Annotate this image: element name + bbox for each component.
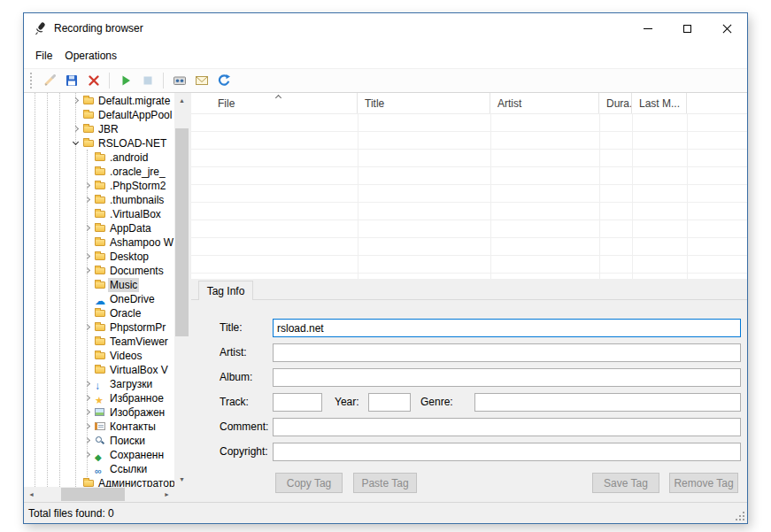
tree-item[interactable]: Ashampoo W xyxy=(24,235,174,250)
expand-arrow-icon[interactable] xyxy=(83,408,92,417)
artist-input[interactable] xyxy=(273,343,741,362)
tree-item-label[interactable]: Ashampoo W xyxy=(108,235,174,250)
comment-input[interactable] xyxy=(273,418,741,436)
expand-arrow-icon[interactable] xyxy=(83,181,92,190)
tree-item[interactable]: OneDrive xyxy=(24,292,174,306)
save-icon[interactable] xyxy=(60,71,82,90)
expand-arrow-icon[interactable] xyxy=(83,380,92,389)
minimize-button[interactable] xyxy=(628,13,667,43)
tree-item-label[interactable]: Поиски xyxy=(108,434,147,448)
expand-arrow-icon[interactable] xyxy=(72,96,81,105)
tree-item-label[interactable]: .thumbnails xyxy=(108,193,166,207)
tree-item-label[interactable]: .PhpStorm2 xyxy=(108,179,167,193)
album-input[interactable] xyxy=(273,368,741,387)
tree-item-label[interactable]: Desktop xyxy=(108,250,150,264)
expand-arrow-icon[interactable] xyxy=(83,266,92,275)
tree-item-label[interactable]: Администратор xyxy=(96,476,174,487)
tree-item-label[interactable]: Контакты xyxy=(108,420,158,434)
tree-item[interactable]: RSLOAD-NET xyxy=(24,136,174,150)
close-button[interactable] xyxy=(707,13,747,43)
refresh-icon[interactable] xyxy=(212,71,235,90)
track-input[interactable] xyxy=(273,393,322,412)
expand-arrow-icon[interactable] xyxy=(83,224,92,233)
copy-tag-button[interactable]: Copy Tag xyxy=(275,473,343,493)
recordings-icon[interactable] xyxy=(168,71,190,90)
tree-item-label[interactable]: JBR xyxy=(96,122,120,136)
tree-item[interactable]: Default.migrate xyxy=(24,94,174,108)
tree-item-label[interactable]: Изображен xyxy=(108,405,166,420)
tree-item[interactable]: .PhpStorm2 xyxy=(24,179,174,193)
expand-arrow-icon[interactable] xyxy=(72,125,81,134)
tree-item[interactable]: Изображен xyxy=(24,405,174,420)
horizontal-scroll-thumb[interactable] xyxy=(61,488,125,501)
tree-item[interactable]: .VirtualBox xyxy=(24,207,174,221)
tree-item[interactable]: .android xyxy=(24,150,174,165)
email-icon[interactable] xyxy=(190,71,212,90)
tree-item-label[interactable]: Default.migrate xyxy=(96,94,172,108)
expand-arrow-icon[interactable] xyxy=(83,436,92,445)
tree-item-label[interactable]: Music xyxy=(108,278,139,292)
tree-item[interactable]: AppData xyxy=(24,221,174,235)
column-header-dura[interactable]: Dura... xyxy=(599,93,632,113)
tree-item-label[interactable]: Oracle xyxy=(108,306,143,320)
tree-item[interactable]: Сохраненн xyxy=(24,448,174,462)
save-tag-button[interactable]: Save Tag xyxy=(592,473,659,493)
tree-item[interactable]: Oracle xyxy=(24,306,174,320)
tree-item-label[interactable]: Documents xyxy=(108,264,166,278)
tree-item[interactable]: Контакты xyxy=(24,420,174,434)
genre-input[interactable] xyxy=(474,393,741,412)
tree-item[interactable]: .oracle_jre_ xyxy=(24,165,174,179)
tree-item-label[interactable]: .oracle_jre_ xyxy=(108,165,167,179)
maximize-button[interactable] xyxy=(667,13,707,43)
menu-file[interactable]: File xyxy=(29,47,58,65)
tree-item-label[interactable]: .android xyxy=(108,150,150,165)
tree-vertical-scrollbar[interactable]: ▲ ▼ xyxy=(174,93,189,487)
tree-item[interactable]: TeamViewer xyxy=(24,335,174,349)
play-icon[interactable] xyxy=(114,71,136,90)
tab-tag-info[interactable]: Tag Info xyxy=(198,281,253,300)
scroll-left-icon[interactable]: ◄ xyxy=(24,487,39,502)
tree-item-label[interactable]: RSLOAD-NET xyxy=(96,136,168,150)
tree-item[interactable]: Администратор xyxy=(24,476,174,487)
expand-arrow-icon[interactable] xyxy=(83,451,92,459)
tree-horizontal-scrollbar[interactable]: ◄ ► xyxy=(24,487,174,502)
tree-item-label[interactable]: DefaultAppPool xyxy=(96,108,173,122)
scroll-up-icon[interactable]: ▲ xyxy=(174,93,189,108)
tree-item-label[interactable]: Ссылки xyxy=(108,462,149,476)
tree-item[interactable]: Documents xyxy=(24,264,174,278)
tree-item[interactable]: Загрузки xyxy=(24,377,174,391)
tree-item[interactable]: DefaultAppPool xyxy=(24,108,174,122)
collapse-arrow-icon[interactable] xyxy=(72,139,81,148)
tree-item-label[interactable]: Videos xyxy=(108,349,143,363)
scroll-right-icon[interactable]: ► xyxy=(159,487,174,502)
tree-item[interactable]: VirtualBox V xyxy=(24,363,174,377)
tree-item-label[interactable]: .VirtualBox xyxy=(108,207,163,221)
tree-item-label[interactable]: AppData xyxy=(108,221,153,235)
tree-item-label[interactable]: OneDrive xyxy=(108,292,157,306)
scroll-down-icon[interactable]: ▼ xyxy=(174,472,189,487)
expand-arrow-icon[interactable] xyxy=(83,422,92,431)
year-input[interactable] xyxy=(368,393,411,412)
tree-item[interactable]: Ссылки xyxy=(24,462,174,476)
remove-tag-button[interactable]: Remove Tag xyxy=(669,473,738,493)
vertical-scroll-thumb[interactable] xyxy=(175,128,189,336)
resize-grip[interactable] xyxy=(734,510,746,522)
expand-arrow-icon[interactable] xyxy=(83,252,92,261)
expand-arrow-icon[interactable] xyxy=(83,394,92,403)
filelist-body[interactable] xyxy=(191,114,747,279)
tree-item[interactable]: Music xyxy=(24,278,174,292)
title-input[interactable] xyxy=(273,319,741,337)
tree-item[interactable]: Избранное xyxy=(24,391,174,405)
expand-arrow-icon[interactable] xyxy=(83,323,92,332)
tree-item[interactable]: JBR xyxy=(24,122,174,136)
copyright-input[interactable] xyxy=(273,443,741,461)
stop-icon[interactable] xyxy=(136,71,158,90)
tree-item-label[interactable]: Избранное xyxy=(108,391,166,405)
expand-arrow-icon[interactable] xyxy=(83,196,92,204)
tree-item[interactable]: PhpstormPr xyxy=(24,320,174,335)
column-header-title[interactable]: Title xyxy=(358,93,490,113)
tree-item-label[interactable]: VirtualBox V xyxy=(108,363,170,377)
tree-item[interactable]: .thumbnails xyxy=(24,193,174,207)
tree-item-label[interactable]: PhpstormPr xyxy=(108,320,167,335)
edit-icon[interactable] xyxy=(38,71,60,90)
